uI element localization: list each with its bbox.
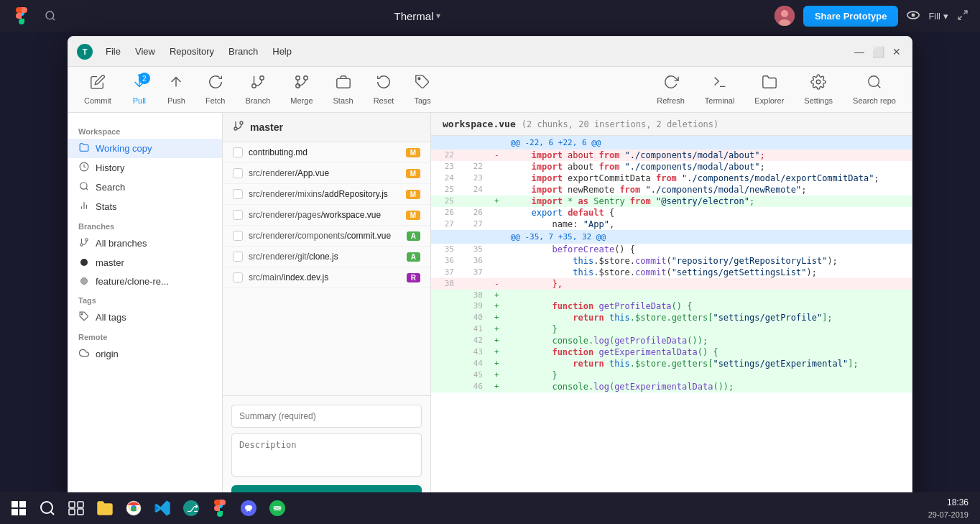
menu-branch[interactable]: Branch <box>221 43 265 60</box>
line-num-old <box>431 312 460 323</box>
file-badge-m: M <box>406 169 420 178</box>
menu-help[interactable]: Help <box>265 43 299 60</box>
diff-line: 44 + return this.$store.getters["setting… <box>431 358 912 369</box>
toolbar-explorer[interactable]: Explorer <box>744 68 794 111</box>
close-button[interactable]: ✕ <box>890 45 903 58</box>
toolbar-branch[interactable]: Branch <box>235 68 280 111</box>
preview-icon[interactable] <box>907 9 920 22</box>
taskbar-figma-icon[interactable] <box>207 495 233 521</box>
line-gutter <box>489 184 505 196</box>
fill-dropdown[interactable]: Fill ▾ <box>928 11 948 22</box>
terminal-icon <box>712 74 728 93</box>
expand-icon[interactable] <box>957 9 969 23</box>
figma-logo[interactable] <box>11 6 32 26</box>
taskbar-vscode-icon[interactable] <box>149 495 175 521</box>
svg-rect-33 <box>19 501 26 507</box>
file-checkbox[interactable] <box>233 272 243 282</box>
line-num-old: 35 <box>431 244 460 255</box>
toolbar-terminal[interactable]: Terminal <box>695 68 745 111</box>
search-icon <box>78 181 90 193</box>
branch-icon <box>250 74 266 93</box>
taskbar-explorer-icon[interactable] <box>92 495 118 521</box>
toolbar-search-repo[interactable]: Search repo <box>843 68 906 111</box>
avatar[interactable] <box>775 6 795 26</box>
file-item[interactable]: src/main/index.dev.js R <box>223 267 430 288</box>
file-checkbox[interactable] <box>233 231 243 241</box>
file-item[interactable]: src/renderer/pages/workspace.vue M <box>223 205 430 226</box>
line-content: import about from "./components/modal/ab… <box>505 161 912 173</box>
taskbar-windows-icon[interactable] <box>6 495 32 521</box>
minimize-button[interactable]: — <box>853 45 866 58</box>
sidebar-item-working-copy[interactable]: Working copy <box>68 139 222 158</box>
svg-point-2 <box>781 10 788 17</box>
file-checkbox[interactable] <box>233 168 243 178</box>
explorer-icon <box>762 74 777 93</box>
diff-line: 38 + <box>431 290 912 300</box>
line-num-old: 26 <box>431 207 460 219</box>
menu-repository[interactable]: Repository <box>162 43 221 60</box>
working-copy-label: Working copy <box>96 143 152 154</box>
file-checkbox[interactable] <box>233 189 243 199</box>
file-checkbox[interactable] <box>233 147 243 157</box>
commit-description-input[interactable] <box>231 433 422 477</box>
menu-file[interactable]: File <box>98 43 128 60</box>
sidebar-item-stats[interactable]: Stats <box>68 197 222 216</box>
stats-label: Stats <box>96 201 117 212</box>
branch-header: master <box>223 113 430 142</box>
line-gutter <box>489 267 505 278</box>
toolbar-pull[interactable]: 2 Pull <box>121 68 157 111</box>
taskbar-spotify-icon[interactable] <box>264 495 290 521</box>
line-num-new: 37 <box>460 267 489 278</box>
svg-point-16 <box>816 80 820 84</box>
sidebar-item-all-tags[interactable]: All tags <box>68 308 222 327</box>
line-content: name: "App", <box>505 219 912 230</box>
sidebar-item-master[interactable]: master <box>68 253 222 272</box>
file-checkbox[interactable] <box>233 252 243 262</box>
sidebar-item-all-branches[interactable]: All branches <box>68 234 222 253</box>
file-item[interactable]: src/renderer/App.vue M <box>223 163 430 184</box>
search-label: Search <box>96 182 125 193</box>
cloud-icon <box>78 348 90 360</box>
file-checkbox[interactable] <box>233 210 243 220</box>
commit-summary-input[interactable] <box>231 405 422 428</box>
search-button[interactable] <box>40 6 60 26</box>
maximize-button[interactable]: ⬜ <box>872 45 884 58</box>
sidebar-item-origin[interactable]: origin <box>68 344 222 364</box>
toolbar-merge[interactable]: Merge <box>280 68 323 111</box>
sidebar-item-history[interactable]: History <box>68 158 222 178</box>
share-prototype-button[interactable]: Share Prototype <box>803 6 898 27</box>
taskbar-chrome-icon[interactable] <box>121 495 147 521</box>
pull-badge: 2 <box>139 73 150 84</box>
taskbar-taskview-icon[interactable] <box>63 495 89 521</box>
stash-label: Stash <box>333 96 353 105</box>
menu-view[interactable]: View <box>128 43 162 60</box>
diff-filename: workspace.vue <box>443 119 516 129</box>
sidebar-item-search[interactable]: Search <box>68 178 222 197</box>
reset-icon <box>376 74 392 93</box>
taskbar-discord-icon[interactable] <box>236 495 262 521</box>
line-gutter <box>489 207 505 219</box>
file-item[interactable]: contributing.md M <box>223 142 430 163</box>
toolbar-commit[interactable]: Commit <box>74 68 121 111</box>
taskbar-search-icon[interactable] <box>34 495 60 521</box>
file-item[interactable]: src/renderer/git/clone.js A <box>223 247 430 267</box>
thermal-dropdown[interactable]: Thermal ▾ <box>394 10 440 22</box>
refresh-icon <box>663 74 679 93</box>
toolbar-reset[interactable]: Reset <box>364 68 405 111</box>
toolbar-refresh[interactable]: Refresh <box>647 68 695 111</box>
line-num-new: 26 <box>460 207 489 219</box>
toolbar-fetch[interactable]: Fetch <box>195 68 236 111</box>
toolbar-settings[interactable]: Settings <box>794 68 843 111</box>
taskbar: ⎇ 18:36 29-07-2019 <box>0 492 980 524</box>
sidebar-item-feature[interactable]: feature/clone-re... <box>68 272 222 290</box>
diff-chunk-header: @@ -22, 6 +22, 6 @@ <box>431 136 912 150</box>
toolbar-push[interactable]: Push <box>157 68 195 111</box>
line-content: beforeCreate() { <box>505 244 912 255</box>
toolbar-stash[interactable]: Stash <box>323 68 364 111</box>
taskbar-gitkraken-icon[interactable]: ⎇ <box>178 495 204 521</box>
file-item[interactable]: src/renderer/components/commit.vue A <box>223 226 430 247</box>
file-item[interactable]: src/renderer/mixins/addRepository.js M <box>223 184 430 205</box>
toolbar-tags[interactable]: Tags <box>404 68 440 111</box>
line-gutter: + <box>489 290 505 300</box>
svg-point-9 <box>252 84 256 88</box>
